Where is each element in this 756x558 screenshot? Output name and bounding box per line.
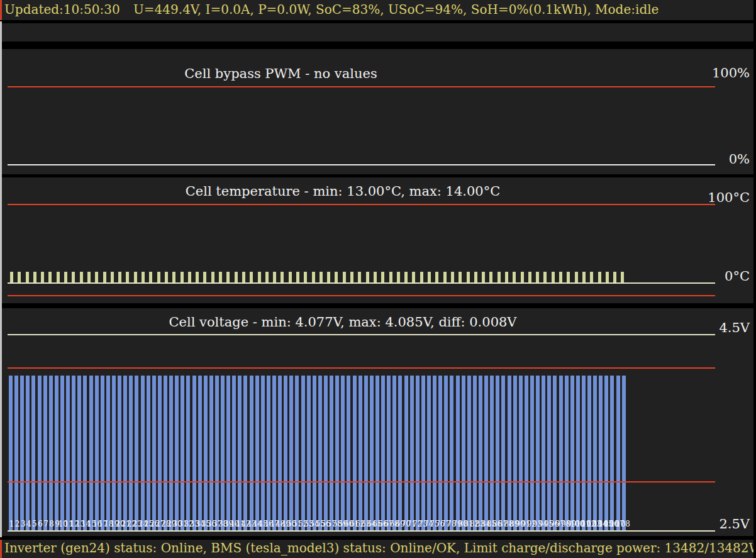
temperature-bar: [296, 272, 299, 282]
voltage-bar: [587, 376, 591, 530]
discharge-limit-line: [8, 481, 715, 483]
voltage-bar: [60, 376, 64, 530]
updated-timestamp: Updated:10:50:30: [4, 2, 120, 17]
voltage-bar: [307, 376, 311, 530]
temperature-bar: [219, 272, 222, 282]
voltage-bar: [89, 376, 93, 530]
temperature-bar: [157, 272, 160, 282]
scale-label-max: 100°C: [708, 190, 750, 205]
voltage-bar: [278, 376, 282, 530]
temperature-bar: [343, 272, 346, 282]
temperature-bar: [80, 272, 83, 282]
voltage-bar: [398, 376, 402, 530]
voltage-bar: [43, 376, 47, 530]
voltage-bar: [215, 376, 219, 530]
voltage-bar: [209, 376, 213, 530]
voltage-bar: [301, 376, 305, 530]
voltage-bar: [26, 376, 30, 530]
left-border: [0, 21, 2, 537]
voltage-bar: [101, 376, 104, 530]
voltage-bar: [83, 376, 87, 530]
voltage-bar: [553, 376, 557, 530]
temperature-bar: [181, 272, 184, 282]
temperature-bar: [543, 272, 547, 282]
voltage-bar: [421, 376, 425, 530]
scale-label-max: 100%: [712, 65, 750, 81]
cell-number-labels: 1234567891011121314151617181920212223242…: [9, 520, 626, 530]
voltage-bar: [221, 376, 225, 530]
temperature-bar: [149, 272, 152, 282]
voltage-bar: [593, 376, 597, 530]
temperature-bar: [10, 272, 13, 282]
voltage-bar: [501, 376, 505, 530]
voltage-bar: [530, 376, 534, 530]
voltage-bar: [9, 376, 13, 530]
temperature-bar: [412, 272, 415, 282]
voltage-bar: [272, 376, 276, 530]
temperature-bar: [613, 272, 616, 282]
voltage-bar: [313, 376, 316, 530]
cell-number-label: 1: [9, 520, 14, 528]
temperature-bar: [350, 272, 353, 282]
voltage-bar: [106, 376, 110, 530]
temperature-bar: [482, 272, 485, 282]
bms-dashboard: Updated:10:50:30 U=449.4V, I=0.0A, P=0.0…: [0, 0, 756, 558]
temperature-bar: [575, 272, 578, 282]
cell-number-label: 4: [26, 520, 31, 528]
temperature-bar: [374, 272, 377, 282]
temperature-bar: [211, 272, 214, 282]
scale-label-min: 2.5V: [719, 516, 750, 532]
voltage-bar: [370, 376, 374, 530]
voltage-bar: [387, 376, 391, 530]
temperature-bar: [312, 272, 315, 282]
scale-label-min: 0%: [729, 152, 750, 167]
temperature-bar: [489, 272, 492, 282]
voltage-bar: [147, 376, 150, 530]
scale-label-max: 4.5V: [719, 320, 750, 335]
temperature-bar: [428, 272, 431, 282]
temperature-bar: [459, 272, 462, 282]
temperature-bar: [335, 272, 338, 282]
chart-title: Cell voltage - min: 4.077V, max: 4.085V,…: [0, 315, 686, 330]
voltage-bar: [232, 376, 236, 530]
status-header: Updated:10:50:30 U=449.4V, I=0.0A, P=0.0…: [0, 0, 756, 20]
cell-number-label: 8: [49, 520, 54, 528]
baseline: [8, 530, 715, 532]
temperature-bar: [289, 272, 292, 282]
temperature-bar: [467, 272, 470, 282]
temperature-bar: [165, 272, 168, 282]
temperature-bar: [26, 272, 29, 282]
temperature-bar: [521, 272, 524, 282]
voltage-bar: [198, 376, 202, 530]
voltage-bar: [169, 376, 173, 530]
temperature-bar: [87, 272, 91, 282]
voltage-bar: [341, 376, 345, 530]
voltage-bar: [438, 376, 442, 530]
temperature-bar: [435, 272, 438, 282]
temperature-bar: [72, 272, 75, 282]
temperature-bar: [528, 272, 531, 282]
temperature-bar: [258, 272, 261, 282]
voltage-bar: [186, 376, 190, 530]
temperature-bar: [389, 272, 392, 282]
temperature-bar: [590, 272, 593, 282]
temperature-bars: [10, 204, 625, 282]
temperature-bar: [366, 272, 369, 282]
voltage-bar: [38, 376, 42, 530]
voltage-bar: [565, 376, 569, 530]
temperature-bar: [273, 272, 276, 282]
voltage-bar: [547, 376, 551, 530]
temperature-bar: [18, 272, 21, 282]
voltage-bar: [381, 376, 385, 530]
temperature-bar: [172, 272, 175, 282]
voltage-bar: [444, 376, 448, 530]
temperature-bar: [320, 272, 323, 282]
temperature-bar: [48, 272, 52, 282]
voltage-bar: [295, 376, 299, 530]
voltage-bar: [192, 376, 196, 530]
voltage-bar: [513, 376, 517, 530]
temperature-bar: [443, 272, 447, 282]
voltage-bar: [31, 376, 35, 530]
temperature-bar: [57, 272, 60, 282]
header-left-edge: [0, 0, 2, 20]
